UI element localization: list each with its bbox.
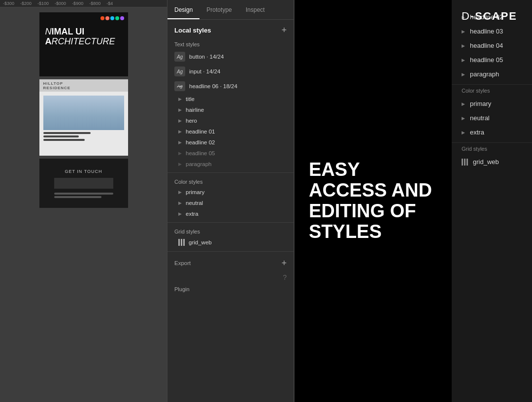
frame-lines (43, 132, 102, 141)
chevron-label-title: title (186, 96, 195, 102)
brand-name: D-SCAPE (462, 10, 517, 23)
help-icon[interactable]: ? (283, 273, 287, 281)
chevron-item-primary[interactable]: ▶ primary (167, 187, 294, 198)
chevron-item-grid-web[interactable]: grid_web (167, 236, 294, 248)
figma-dot-blue (110, 16, 114, 20)
export-label: Export (174, 260, 191, 266)
feature-item-primary[interactable]: ▶ primary (452, 97, 532, 111)
chevron-icon-neutral: ▶ (178, 201, 182, 205)
feature-divider-1 (452, 84, 532, 85)
feature-grid-label: Grid styles (452, 146, 532, 155)
text-styles-label: Text styles (167, 38, 294, 49)
feature-item-headline03[interactable]: ▶ headline 03 (452, 24, 532, 38)
tab-inspect[interactable]: Inspect (239, 0, 272, 19)
chevron-icon-extra: ▶ (178, 211, 182, 216)
feature-item-neutral[interactable]: ▶ neutral (452, 111, 532, 125)
chevron-item-extra[interactable]: ▶ extra (167, 208, 294, 219)
feature-item-headline05[interactable]: ▶ headline 05 (452, 53, 532, 67)
chevron-label-extra: extra (186, 211, 199, 217)
figma-dot-orange (105, 16, 109, 20)
feature-chevron-headline04: ▶ (462, 43, 465, 48)
frame-body (39, 92, 128, 156)
chevron-icon-primary: ▶ (178, 190, 182, 195)
frame-image (43, 96, 124, 130)
style-name-headline06: headline 06 · 18/24 (189, 83, 237, 89)
feature-content: EASY ACCESS AND EDITING OF STYLES ▶ head… (294, 0, 532, 402)
canvas-frame-contact: GET IN TOUCH (39, 159, 128, 208)
add-style-button[interactable]: + (281, 26, 287, 34)
ruler: -$300 -$200 -$100 -$000 -$900 -$800 -$4 (0, 0, 167, 7)
feature-item-headline04[interactable]: ▶ headline 04 (452, 38, 532, 53)
chevron-item-hero[interactable]: ▶ hero (167, 115, 294, 126)
feature-list-area: ▶ headline 02 ▶ headline 03 ▶ headline 0… (452, 0, 532, 402)
style-item-button[interactable]: Ag button · 14/24 (167, 49, 294, 64)
chevron-item-paragraph[interactable]: ▶ paragraph (167, 159, 294, 169)
frame-header-text: HILLTOPRESIDENCE (43, 81, 71, 90)
feature-chevron-neutral: ▶ (462, 116, 465, 121)
ag-badge-button: Ag (174, 52, 185, 62)
style-item-input[interactable]: Ag input · 14/24 (167, 64, 294, 79)
feature-label-headline03: headline 03 (470, 28, 503, 35)
canvas-frame-dark: NIMAL UI ARCHITECTURE (39, 12, 128, 76)
feature-divider-2 (452, 142, 532, 143)
feature-headline: EASY ACCESS AND EDITING OF STYLES (309, 160, 437, 242)
style-name-button: button · 14/24 (189, 54, 224, 60)
style-item-headline06[interactable]: Ag headline 06 · 18/24 (167, 79, 294, 94)
tab-prototype[interactable]: Prototype (200, 0, 238, 19)
chevron-label-grid-web: grid_web (189, 239, 212, 245)
local-styles-title: Local styles (174, 27, 211, 34)
chevron-icon-headline05: ▶ (178, 151, 182, 156)
feature-chevron-paragraph: ▶ (462, 72, 465, 77)
feature-item-grid-web[interactable]: grid_web (452, 155, 532, 169)
tab-design[interactable]: Design (167, 0, 200, 19)
chevron-icon-headline01: ▶ (178, 129, 182, 134)
feature-label-neutral: neutral (470, 114, 490, 122)
chevron-label-primary: primary (186, 189, 204, 195)
divider-1 (167, 172, 294, 173)
chevron-icon-title: ▶ (178, 97, 182, 101)
panel-content: Local styles + Text styles Ag button · 1… (167, 20, 294, 402)
chevron-item-title[interactable]: ▶ title (167, 94, 294, 104)
feature-chevron-headline05: ▶ (462, 58, 465, 63)
chevron-item-hairline[interactable]: ▶ hairline (167, 104, 294, 115)
chevron-item-headline05[interactable]: ▶ headline 05 (167, 148, 294, 159)
chevron-label-hairline: hairline (186, 107, 204, 113)
feature-item-extra[interactable]: ▶ extra (452, 125, 532, 139)
feature-chevron-headline03: ▶ (462, 29, 465, 34)
local-styles-header: Local styles + (167, 20, 294, 38)
chevron-label-hero: hero (186, 118, 197, 124)
chevron-label-headline01: headline 01 (186, 129, 215, 134)
canvas-area: -$300 -$200 -$100 -$000 -$900 -$800 -$4 … (0, 0, 167, 402)
feature-label-grid-web: grid_web (473, 158, 499, 166)
vertical-divider (294, 0, 295, 402)
chevron-label-paragraph: paragraph (186, 161, 211, 167)
chevron-item-headline01[interactable]: ▶ headline 01 (167, 126, 294, 137)
chevron-icon-paragraph: ▶ (178, 162, 182, 167)
feature-label-extra: extra (470, 129, 484, 136)
frame-header: HILLTOPRESIDENCE (39, 79, 128, 92)
ag-badge-input: Ag (174, 67, 185, 76)
grid-styles-label: Grid styles (167, 226, 294, 236)
chevron-label-neutral: neutral (186, 200, 203, 206)
canvas-title: NIMAL UI ARCHITECTURE (45, 27, 115, 47)
feature-item-paragraph[interactable]: ▶ paragraph (452, 67, 532, 81)
feature-color-label: Color styles (452, 88, 532, 97)
feature-label-paragraph: paragraph (470, 70, 499, 78)
right-sidebar: Design Prototype Inspect Local styles + … (167, 0, 294, 402)
figma-logo (100, 16, 124, 20)
plugin-label: Plugin (167, 283, 294, 294)
export-row: Export + (167, 255, 294, 271)
feature-chevron-extra: ▶ (462, 130, 465, 135)
tabs-row: Design Prototype Inspect (167, 0, 294, 20)
color-styles-label: Color styles (167, 176, 294, 187)
feature-text-area: EASY ACCESS AND EDITING OF STYLES (294, 0, 452, 402)
figma-dot-purple (120, 16, 124, 20)
chevron-item-headline02[interactable]: ▶ headline 02 (167, 137, 294, 148)
feature-panel: D-SCAPE EASY ACCESS AND EDITING OF STYLE… (294, 0, 532, 402)
export-add-button[interactable]: + (281, 259, 287, 268)
chevron-icon-hero: ▶ (178, 118, 182, 123)
divider-2 (167, 222, 294, 223)
chevron-item-neutral[interactable]: ▶ neutral (167, 198, 294, 208)
contact-title: GET IN TOUCH (65, 169, 102, 174)
chevron-label-headline02: headline 02 (186, 139, 215, 145)
